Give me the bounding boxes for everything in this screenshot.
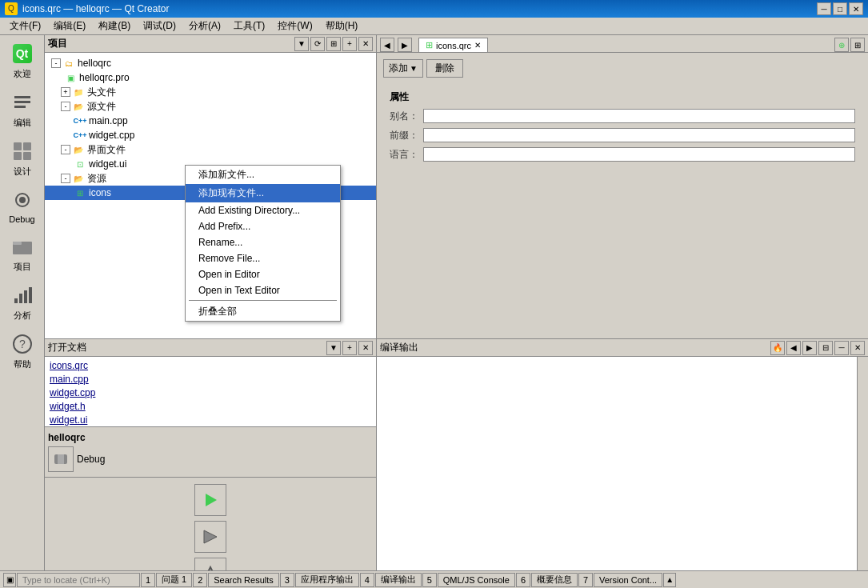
- sidebar-analyze[interactable]: 分析: [2, 278, 42, 326]
- editor-global-icon[interactable]: ⊕: [834, 38, 849, 52]
- status-toggle-btn[interactable]: ▣: [3, 573, 16, 587]
- ctx-open-text-editor[interactable]: Open in Text Editor: [186, 282, 340, 298]
- filter-icon[interactable]: ▼: [294, 37, 309, 51]
- doc-item-main-cpp[interactable]: main.cpp: [50, 373, 371, 386]
- status-summary[interactable]: 概要信息: [531, 573, 578, 587]
- status-num-6: 6: [516, 573, 530, 587]
- tree-item-sources[interactable]: - 📂 源文件: [45, 99, 376, 114]
- prop-row-prefix: 前缀：: [390, 128, 855, 142]
- ctx-rename[interactable]: Rename...: [186, 234, 340, 250]
- ctx-add-new[interactable]: 添加新文件...: [186, 166, 340, 184]
- editor-expand-icon[interactable]: ⊞: [850, 38, 865, 52]
- compile-pin-icon[interactable]: ⊟: [818, 341, 833, 355]
- minimize-button[interactable]: ─: [817, 2, 831, 15]
- editor-forward-icon[interactable]: ▶: [398, 38, 412, 52]
- open-docs-add-icon[interactable]: +: [342, 341, 357, 355]
- sidebar-help[interactable]: ? 帮助: [2, 327, 42, 374]
- status-search[interactable]: [17, 573, 140, 587]
- qrc-delete-button[interactable]: 删除: [426, 59, 463, 78]
- tree-item-pro[interactable]: ▣ helloqrc.pro: [45, 70, 376, 85]
- close-button[interactable]: ✕: [849, 2, 863, 15]
- stop-button[interactable]: [194, 521, 226, 553]
- menu-edit[interactable]: 编辑(E): [47, 18, 92, 34]
- sidebar-design[interactable]: 设计: [2, 134, 42, 182]
- editor-back-icon[interactable]: ◀: [380, 38, 394, 52]
- prop-input-language[interactable]: [423, 147, 855, 162]
- add-panel-icon[interactable]: +: [342, 37, 357, 51]
- tab-icons-qrc[interactable]: ⊞ icons.qrc ✕: [418, 38, 488, 52]
- compile-output-title: 编译输出: [380, 341, 418, 354]
- prop-input-alias[interactable]: [423, 109, 855, 123]
- qrc-file-icon: ⊞: [74, 186, 86, 199]
- menu-file[interactable]: 文件(F): [3, 18, 47, 34]
- expander-headers[interactable]: +: [61, 87, 70, 97]
- expander-ui[interactable]: -: [61, 145, 70, 154]
- sync-icon[interactable]: ⟳: [310, 37, 325, 51]
- doc-item-widget-ui[interactable]: widget.ui: [50, 414, 371, 426]
- svg-point-8: [19, 197, 26, 203]
- compile-close-icon[interactable]: ✕: [850, 341, 865, 355]
- tree-label-widget-ui: widget.ui: [89, 158, 126, 170]
- tree-item-headers[interactable]: + 📁 头文件: [45, 85, 376, 99]
- sidebar-edit[interactable]: 编辑: [2, 86, 42, 133]
- tree-item-ui-folder[interactable]: - 📂 界面文件: [45, 142, 376, 157]
- menu-analyze[interactable]: 分析(A): [182, 18, 227, 34]
- tree-item-main-cpp[interactable]: C++ main.cpp: [45, 114, 376, 128]
- menu-build[interactable]: 构建(B): [92, 18, 137, 34]
- status-search-results[interactable]: Search Results: [208, 573, 279, 587]
- sidebar-welcome[interactable]: Qt 欢迎: [2, 37, 42, 84]
- status-compile-output[interactable]: 编译输出: [375, 573, 422, 587]
- open-docs-filter-icon[interactable]: ▼: [326, 341, 341, 355]
- svg-rect-2: [14, 106, 26, 108]
- doc-item-icons-qrc[interactable]: icons.qrc: [50, 359, 371, 373]
- status-num-3: 3: [280, 573, 294, 587]
- build-button[interactable]: [194, 558, 226, 570]
- menu-help[interactable]: 帮助(H): [319, 18, 365, 34]
- close-panel-icon[interactable]: ✕: [358, 37, 373, 51]
- run-button[interactable]: [194, 484, 226, 516]
- expander-resources[interactable]: -: [61, 174, 70, 183]
- tree-item-widget-cpp[interactable]: C++ widget.cpp: [45, 128, 376, 142]
- open-docs-close-icon[interactable]: ✕: [358, 341, 373, 355]
- doc-item-widget-cpp[interactable]: widget.cpp: [50, 386, 371, 400]
- content-area: 项目 ▼ ⟳ ⊞ + ✕ - 🗂 helloqrc: [45, 35, 868, 570]
- prop-input-prefix[interactable]: [423, 128, 855, 142]
- compile-forward-icon[interactable]: ▶: [802, 341, 817, 355]
- ctx-open-editor[interactable]: Open in Editor: [186, 266, 340, 282]
- doc-item-widget-h[interactable]: widget.h: [50, 400, 371, 414]
- expander-sources[interactable]: -: [61, 102, 70, 111]
- sidebar-project[interactable]: 项目: [2, 230, 42, 277]
- qrc-add-button[interactable]: 添加 ▼: [383, 59, 423, 78]
- context-menu: 添加新文件... 添加现有文件... Add Existing Director…: [185, 165, 341, 322]
- expander-helloqrc[interactable]: -: [51, 58, 61, 68]
- ctx-add-existing-dir[interactable]: Add Existing Directory...: [186, 202, 340, 218]
- ctx-collapse-all[interactable]: 折叠全部: [186, 302, 340, 321]
- status-search-input[interactable]: [22, 575, 134, 585]
- menu-debug[interactable]: 调试(D): [137, 18, 182, 34]
- ctx-remove-file[interactable]: Remove File...: [186, 250, 340, 266]
- sidebar-debug[interactable]: Debug: [2, 183, 42, 228]
- compile-scrollbar[interactable]: [857, 357, 868, 570]
- status-version-cont[interactable]: Version Cont...: [594, 573, 662, 587]
- status-qml-console[interactable]: QML/JS Console: [438, 573, 515, 587]
- ctx-add-prefix[interactable]: Add Prefix...: [186, 218, 340, 234]
- project-tree[interactable]: - 🗂 helloqrc ▣ helloqrc.pro + 📁: [45, 53, 376, 338]
- layout-icon[interactable]: ⊞: [326, 37, 341, 51]
- title-left: Q icons.qrc — helloqrc — Qt Creator: [5, 2, 169, 15]
- tab-close-icons-qrc[interactable]: ✕: [474, 41, 481, 50]
- editor-tabs: ◀ ▶ ⊞ icons.qrc ✕ ⊕ ⊞: [377, 35, 868, 53]
- status-up-arrow-icon[interactable]: ▲: [663, 573, 676, 587]
- compile-minimize-icon[interactable]: ─: [834, 341, 849, 355]
- menu-controls[interactable]: 控件(W): [271, 18, 318, 34]
- helloqrc-debug-icon[interactable]: [48, 446, 74, 472]
- compile-fire-icon[interactable]: 🔥: [770, 341, 785, 355]
- menu-tools[interactable]: 工具(T): [227, 18, 271, 34]
- project-toolbar-icons: ▼ ⟳ ⊞ + ✕: [294, 37, 373, 51]
- status-problems[interactable]: 问题 1: [156, 573, 192, 587]
- maximize-button[interactable]: □: [833, 2, 847, 15]
- tree-item-helloqrc[interactable]: - 🗂 helloqrc: [45, 56, 376, 70]
- ctx-add-existing[interactable]: 添加现有文件...: [186, 184, 340, 202]
- compile-back-icon[interactable]: ◀: [786, 341, 801, 355]
- window-controls[interactable]: ─ □ ✕: [817, 2, 863, 15]
- status-app-output[interactable]: 应用程序输出: [295, 573, 359, 587]
